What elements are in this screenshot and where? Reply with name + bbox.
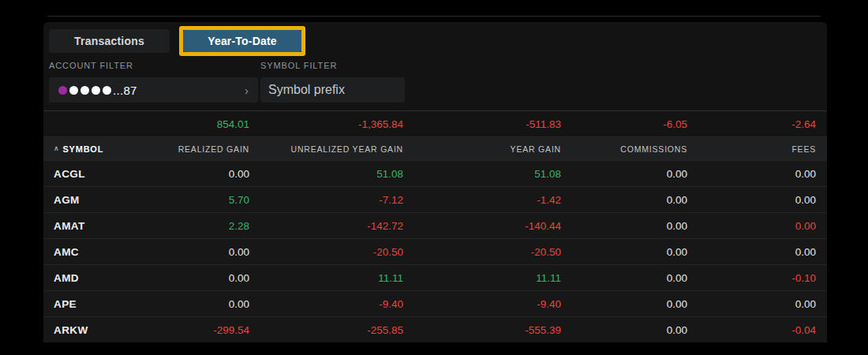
symbol-filter-input[interactable] (260, 77, 405, 103)
value-cell: -9.40 (260, 291, 414, 316)
value-cell: 51.08 (414, 161, 572, 186)
column-header[interactable]: COMMISSIONS (572, 137, 698, 160)
value-cell: -7.12 (260, 187, 414, 212)
value-cell: -1.42 (414, 187, 572, 212)
value-cell: 0.00 (142, 239, 260, 264)
value-cell: -20.50 (414, 239, 572, 264)
symbol-cell: APE (43, 291, 142, 316)
value-cell: 0.00 (572, 291, 698, 316)
masked-dot-icon (92, 86, 100, 95)
value-cell: 11.11 (260, 265, 414, 290)
totals-value: 854.01 (142, 111, 260, 136)
table-row[interactable]: AMC0.00-20.50-20.500.000.00 (43, 238, 827, 264)
column-header[interactable]: YEAR GAIN (414, 137, 572, 160)
table-row[interactable]: ACGL0.0051.0851.080.000.00 (43, 160, 827, 186)
masked-account-dots-icon (58, 86, 111, 95)
active-tab-highlight-box: Year-To-Date (179, 26, 305, 56)
symbol-cell: ACGL (43, 161, 142, 186)
totals-value: -6.05 (572, 111, 698, 136)
value-cell: 0.00 (572, 317, 698, 342)
account-filter-label: ACCOUNT FILTER (49, 61, 258, 70)
value-cell: -255.85 (260, 317, 414, 342)
symbol-cell: AGM (43, 187, 142, 212)
value-cell: 0.00 (698, 161, 827, 186)
table-header-row: ∧SYMBOLREALIZED GAINUNREALIZED YEAR GAIN… (43, 136, 827, 160)
column-header-symbol[interactable]: ∧SYMBOL (43, 137, 142, 160)
table-row[interactable]: APE0.00-9.40-9.400.000.00 (43, 290, 827, 316)
value-cell: -555.39 (414, 317, 572, 342)
value-cell: 0.00 (572, 265, 698, 290)
chevron-right-icon: › (245, 84, 249, 96)
symbol-filter-label: SYMBOL FILTER (260, 61, 405, 70)
ytd-table: 854.01-1,365.84-511.83-6.05-2.64 ∧SYMBOL… (43, 110, 827, 342)
tab-year-to-date[interactable]: Year-To-Date (183, 30, 301, 52)
year-to-date-panel: Transactions Year-To-Date ACCOUNT FILTER… (43, 22, 827, 339)
tab-bar: Transactions Year-To-Date (49, 24, 305, 58)
symbol-cell: AMAT (43, 213, 142, 238)
value-cell: 0.00 (698, 213, 827, 238)
value-cell: 2.28 (142, 213, 260, 238)
value-cell: -299.54 (142, 317, 260, 342)
value-cell: 5.70 (142, 187, 260, 212)
sort-ascending-icon: ∧ (54, 144, 59, 152)
totals-value: -511.83 (414, 111, 572, 136)
symbol-cell: ARKW (43, 317, 142, 342)
column-header[interactable]: FEES (698, 137, 827, 160)
table-row[interactable]: ARKW-299.54-255.85-555.390.00-0.04 (43, 316, 827, 342)
value-cell: 0.00 (572, 213, 698, 238)
account-filter-value: ...87 (113, 84, 137, 97)
table-body: ACGL0.0051.0851.080.000.00AGM5.70-7.12-1… (43, 160, 827, 342)
value-cell: -140.44 (414, 213, 572, 238)
value-cell: 0.00 (698, 239, 827, 264)
filter-row: ACCOUNT FILTER ...87 › SYMBOL FILTER (49, 61, 405, 103)
table-row[interactable]: AMAT2.28-142.72-140.440.000.00 (43, 212, 827, 238)
account-color-dot-icon (58, 86, 67, 95)
value-cell: 0.00 (572, 239, 698, 264)
value-cell: -20.50 (260, 239, 414, 264)
value-cell: 0.00 (572, 161, 698, 186)
value-cell: 11.11 (414, 265, 572, 290)
account-filter-select[interactable]: ...87 › (49, 77, 258, 103)
symbol-cell: AMD (43, 265, 142, 290)
symbol-cell: AMC (43, 239, 142, 264)
totals-row: 854.01-1,365.84-511.83-6.05-2.64 (43, 111, 827, 136)
value-cell: 51.08 (260, 161, 414, 186)
masked-dot-icon (80, 86, 89, 95)
totals-value: -2.64 (698, 111, 827, 136)
symbol-filter-block: SYMBOL FILTER (260, 61, 405, 103)
value-cell: 0.00 (142, 265, 260, 290)
value-cell: 0.00 (698, 187, 827, 212)
value-cell: -142.72 (260, 213, 414, 238)
value-cell: 0.00 (142, 291, 260, 316)
table-row[interactable]: AMD0.0011.1111.110.00-0.10 (43, 264, 827, 290)
column-header[interactable]: REALIZED GAIN (142, 137, 260, 160)
column-header-label: SYMBOL (62, 144, 103, 154)
value-cell: -0.10 (698, 265, 827, 290)
top-divider (47, 16, 821, 17)
column-header[interactable]: UNREALIZED YEAR GAIN (260, 137, 414, 160)
totals-value: -1,365.84 (260, 111, 414, 136)
masked-dot-icon (103, 86, 111, 95)
table-row[interactable]: AGM5.70-7.12-1.420.000.00 (43, 186, 827, 212)
tab-transactions[interactable]: Transactions (49, 29, 170, 53)
masked-dot-icon (69, 86, 78, 95)
value-cell: 0.00 (572, 187, 698, 212)
value-cell: -0.04 (698, 317, 827, 342)
value-cell: -9.40 (414, 291, 572, 316)
value-cell: 0.00 (142, 161, 260, 186)
totals-symbol-cell (43, 111, 142, 136)
value-cell: 0.00 (698, 291, 827, 316)
account-filter-block: ACCOUNT FILTER ...87 › (49, 61, 258, 103)
